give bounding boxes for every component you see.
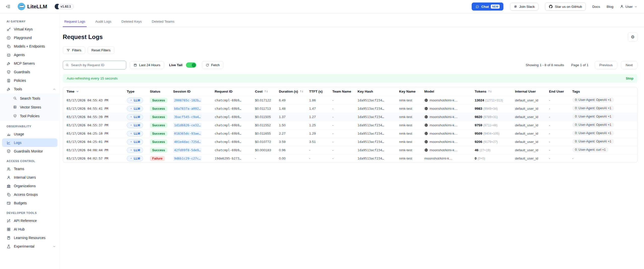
table-row[interactable]: 03/17/2026 04:55:41 PMLLMSuccessb8a7837a…	[63, 104, 637, 113]
sidebar-item-search-tools[interactable]: Search Tools	[0, 94, 59, 103]
tab-audit-logs[interactable]: Audit Logs	[94, 17, 113, 27]
session-id-link[interactable]: 401e4dac-725d…	[173, 139, 202, 144]
session-id-link[interactable]: 42fd09f8-5de9…	[173, 148, 202, 152]
credit-card-icon	[7, 201, 11, 205]
reset-filters-button[interactable]: Reset Filters	[88, 46, 114, 54]
sort-desc-icon[interactable]	[76, 90, 79, 93]
session-id-link[interactable]: 3bacf545-c9a4…	[173, 114, 202, 119]
sidebar-item-agents[interactable]: Agents	[0, 51, 59, 59]
sidebar-item-api-reference[interactable]: API Reference	[0, 216, 59, 225]
chat-button[interactable]: Chat NEW	[472, 3, 503, 11]
table-row[interactable]: 03/17/2026 04:08:44 PMLLMSuccess42fd09f8…	[63, 146, 637, 154]
sidebar-item-models-endpoints[interactable]: Models + Endpoints	[0, 42, 59, 51]
cell-key-hash: 1da9513acf234…	[356, 129, 397, 138]
sidebar-item-ai-hub[interactable]: AI Hub	[0, 225, 59, 234]
column-header-model[interactable]: Model	[422, 87, 473, 96]
sidebar-item-internal-users[interactable]: Internal Users	[0, 173, 59, 182]
user-menu[interactable]: User	[620, 5, 637, 9]
session-id-link[interactable]: 1d1d6826-ce32…	[173, 123, 202, 128]
session-id-link[interactable]: b8a7837a-a092…	[173, 106, 202, 111]
sidebar-item-learning-resources[interactable]: Learning Resources	[0, 234, 59, 242]
column-header-type[interactable]: Type	[125, 87, 148, 96]
topbar: LiteLLM v1.82.1 Chat NEW Join Slack Star…	[0, 0, 644, 13]
column-header-status[interactable]: Status	[148, 87, 171, 96]
next-button[interactable]: Next	[621, 61, 637, 69]
sidebar-item-organizations[interactable]: Organizations	[0, 182, 59, 190]
sidebar-item-guardrails[interactable]: Guardrails	[0, 68, 59, 76]
join-slack-button[interactable]: Join Slack	[510, 3, 539, 11]
cell-status: Success	[148, 113, 171, 121]
stop-auto-refresh-button[interactable]: Stop	[626, 76, 633, 80]
column-header-cost[interactable]: Cost↑↓	[253, 87, 277, 96]
table-row[interactable]: 03/17/2026 04:55:39 PMLLMSuccess3bacf545…	[63, 113, 637, 121]
table-row[interactable]: 03/17/2026 04:02:57 PMLLMFailure9d6b1c29…	[63, 154, 637, 163]
session-id-link[interactable]: 2008765c-182b…	[173, 98, 202, 103]
table-row[interactable]: 03/17/2026 04:25:10 PMLLMSuccess018365dc…	[63, 129, 637, 138]
column-header-key-name[interactable]: Key Name	[397, 87, 422, 96]
sidebar-item-logs[interactable]: Logs	[2, 138, 57, 147]
sort-toggle-icon[interactable]: ↑↓	[264, 90, 268, 93]
cell-internal-user: default_user_id	[513, 121, 547, 129]
results-count: Showing 1 - 8 of 8 results	[526, 63, 564, 67]
table-row[interactable]: 03/17/2026 04:55:37 PMLLMSuccess1d1d6826…	[63, 121, 637, 129]
settings-button[interactable]: ⚙	[628, 32, 637, 42]
sidebar-item-label: Tools	[14, 87, 22, 91]
sidebar-item-playground[interactable]: Playground	[0, 33, 59, 42]
sidebar-item-experimental[interactable]: Experimental	[0, 242, 59, 251]
blog-link[interactable]: Blog	[606, 5, 613, 9]
brand[interactable]: LiteLLM	[18, 3, 47, 10]
sidebar-item-budgets[interactable]: Budgets	[0, 199, 59, 207]
llm-type-badge: LLM	[127, 106, 143, 111]
docs-link[interactable]: Docs	[592, 5, 600, 9]
sidebar-item-mcp-servers[interactable]: MCP Servers	[0, 59, 59, 68]
column-header-internal-user[interactable]: Internal User	[513, 87, 547, 96]
sidebar-collapse-button[interactable]	[6, 4, 11, 9]
cell-ttft: 1.86	[307, 96, 330, 104]
sort-toggle-icon[interactable]: ↑↓	[300, 90, 303, 93]
column-label: Model	[424, 90, 434, 93]
star-github-button[interactable]: Star us on GitHub	[545, 3, 586, 11]
filters-button[interactable]: Filters	[63, 46, 85, 54]
column-header-key-hash[interactable]: Key Hash	[356, 87, 397, 96]
sidebar-item-tools[interactable]: Tools	[0, 85, 59, 93]
sort-toggle-icon[interactable]: ↑↓	[488, 90, 491, 93]
cell-team-name: -	[330, 113, 356, 121]
play-circle-icon	[7, 36, 11, 40]
search-input[interactable]	[71, 63, 123, 67]
llm-type-badge: LLM	[127, 123, 143, 128]
column-header-duration-s[interactable]: Duration (s)↑↓	[277, 87, 307, 96]
column-header-tags[interactable]: Tags	[570, 87, 637, 96]
sidebar-item-tool-policies[interactable]: Tool Policies	[0, 111, 59, 120]
column-header-time[interactable]: Time	[63, 87, 125, 96]
sidebar-item-policies[interactable]: Policies	[0, 76, 59, 85]
tab-deleted-keys[interactable]: Deleted Keys	[120, 17, 143, 27]
column-header-end-user[interactable]: End User	[547, 87, 570, 96]
table-row[interactable]: 03/17/2026 04:25:01 PMLLMSuccess401e4dac…	[63, 138, 637, 146]
page-title: Request Logs	[63, 33, 103, 41]
column-header-team-name[interactable]: Team Name	[330, 87, 356, 96]
live-tail-toggle[interactable]	[186, 62, 196, 68]
sidebar-item-virtual-keys[interactable]: Virtual Keys	[0, 25, 59, 33]
tab-request-logs[interactable]: Request Logs	[63, 17, 87, 27]
column-header-tokens[interactable]: Tokens↑↓	[473, 87, 513, 96]
column-header-session-id[interactable]: Session ID	[171, 87, 213, 96]
sidebar-item-vector-stores[interactable]: Vector Stores	[0, 103, 59, 111]
cell-ttft: 1.47	[307, 104, 330, 113]
cell-tokens: 0(0+0)	[473, 154, 513, 163]
tag-badge: 0: User-Agent: OpenAI +1	[572, 106, 614, 111]
llm-type-label: LLM	[134, 140, 140, 144]
table-row[interactable]: 03/17/2026 04:55:43 PMLLMSuccess2008765c…	[63, 96, 637, 104]
session-id-link[interactable]: 018365dc-93ae…	[173, 131, 202, 136]
sidebar-item-access-groups[interactable]: Access Groups	[0, 190, 59, 199]
session-id-link[interactable]: 9d6b1c29-c27c…	[173, 156, 202, 161]
fetch-button[interactable]: Fetch	[202, 61, 223, 69]
previous-button[interactable]: Previous	[595, 61, 618, 69]
time-range-button[interactable]: Last 24 Hours	[130, 61, 164, 69]
sidebar-item-guardrails-monitor[interactable]: Guardrails Monitor	[0, 147, 59, 156]
tab-deleted-teams[interactable]: Deleted Teams	[150, 17, 176, 27]
column-header-request-id[interactable]: Request ID	[213, 87, 253, 96]
sidebar-item-usage[interactable]: Usage	[0, 130, 59, 138]
sidebar-item-teams[interactable]: Teams	[0, 165, 59, 173]
column-header-ttft-s[interactable]: TTFT (s)	[307, 87, 330, 96]
cell-type: LLM	[125, 138, 148, 146]
